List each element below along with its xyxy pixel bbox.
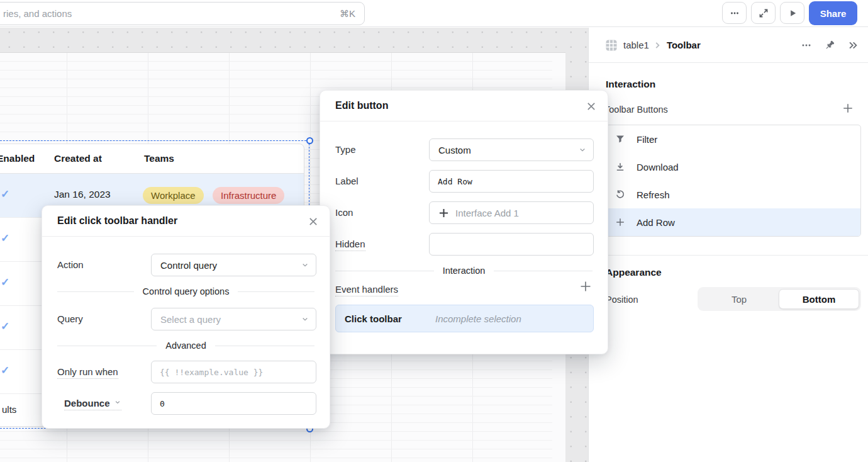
component-section: Toolbar [667, 40, 701, 50]
query-options-section-divider: Control query options [57, 286, 314, 296]
column-header-teams[interactable]: Teams [144, 153, 174, 164]
icon-field[interactable]: Interface Add 1 [429, 201, 594, 224]
column-header-enabled[interactable]: Enabled [0, 153, 35, 164]
chevrons-right-icon [847, 40, 859, 51]
toolbar-button-label: Download [637, 162, 679, 172]
modal-header: Edit button [320, 91, 608, 121]
selection-handle-top-right[interactable] [306, 137, 313, 144]
query-select[interactable]: Select a query [151, 308, 316, 330]
checkbox-checked-icon[interactable]: ✓ [1, 232, 9, 245]
event-name: Click toolbar [345, 313, 435, 324]
hidden-label: Hidden [335, 239, 365, 251]
plus-icon [579, 280, 592, 293]
type-select[interactable]: Custom [429, 138, 594, 161]
toolbar-button-item-add-row[interactable]: Add Row [606, 208, 860, 236]
segment-top[interactable]: Top [699, 289, 779, 309]
checkbox-checked-icon[interactable]: ✓ [1, 320, 9, 333]
panel-more-button[interactable] [800, 39, 813, 52]
select-value: Control query [160, 260, 217, 271]
app-topbar: ⌘K Share [0, 0, 868, 27]
chevron-down-icon [578, 145, 587, 154]
edit-button-modal: Edit button Type Custom Label Icon Inter… [320, 90, 608, 354]
column-header-created-at[interactable]: Created at [54, 153, 102, 164]
close-button[interactable] [584, 99, 599, 114]
omnibox-search[interactable]: ⌘K [0, 2, 365, 25]
collapse-panel-button[interactable] [847, 39, 859, 52]
position-segmented-control: Top Bottom [698, 287, 861, 311]
modal-header: Edit click toolbar handler [42, 206, 330, 237]
component-name[interactable]: table1 [623, 40, 649, 50]
modal-title: Edit button [335, 100, 388, 111]
close-icon [586, 101, 597, 112]
toolbar-button-item-download[interactable]: Download [606, 153, 860, 181]
ellipsis-icon [730, 8, 740, 18]
icon-label: Icon [335, 207, 353, 218]
label-label: Label [335, 176, 359, 186]
query-label: Query [57, 313, 83, 324]
keyboard-shortcut-badge: ⌘K [340, 8, 355, 20]
modal-title: Edit click toolbar handler [57, 215, 177, 227]
toolbar-button-label: Filter [637, 134, 657, 145]
appearance-heading: Appearance [606, 267, 662, 278]
close-icon [308, 216, 319, 227]
close-button[interactable] [306, 214, 321, 229]
app-editor-screen: Enabled Created at Teams ✓ Jan 16, 2023 … [0, 0, 868, 462]
section-title: Advanced [165, 341, 206, 351]
ellipsis-icon [801, 40, 812, 51]
chevron-down-icon [301, 261, 309, 269]
label-field[interactable] [429, 170, 594, 193]
toolbar-button-label: Add Row [637, 217, 675, 228]
results-count: ults [2, 404, 16, 415]
event-handler-row[interactable]: Click toolbar Incomplete selection [335, 305, 594, 332]
checkbox-checked-icon[interactable]: ✓ [1, 188, 9, 201]
add-event-handler-button[interactable] [578, 279, 593, 294]
pin-panel-button[interactable] [823, 39, 836, 52]
toolbar-button-item-filter[interactable]: Filter [606, 125, 860, 153]
interaction-heading: Interaction [606, 79, 655, 90]
debounce-dropdown[interactable]: Debounce [64, 398, 121, 410]
share-button[interactable]: Share [809, 1, 857, 25]
only-run-when-input[interactable] [151, 361, 316, 383]
type-label: Type [335, 144, 356, 155]
tag-workplace: Workplace [143, 187, 204, 204]
debounce-input[interactable] [151, 392, 316, 415]
toolbar-button-list: Filter Download Refresh Add Row [606, 125, 861, 237]
chevron-down-icon [301, 315, 309, 324]
toolbar-button-label: Refresh [637, 189, 670, 200]
more-options-button[interactable] [722, 2, 747, 24]
event-handlers-label: Event handlers [335, 284, 398, 296]
pin-icon [824, 40, 835, 51]
hidden-field[interactable] [429, 233, 594, 256]
action-label: Action [57, 259, 84, 270]
plus-icon [842, 103, 854, 114]
checkbox-checked-icon[interactable]: ✓ [1, 364, 9, 377]
refresh-icon [615, 189, 625, 200]
action-select[interactable]: Control query [151, 254, 316, 276]
only-run-when-label: Only run when [57, 366, 118, 379]
icon-value: Interface Add 1 [455, 208, 519, 218]
run-button[interactable] [780, 2, 804, 24]
table-header-row: Enabled Created at Teams [0, 144, 304, 174]
filter-icon [615, 134, 625, 144]
play-icon [787, 8, 798, 18]
search-input[interactable] [0, 8, 340, 19]
select-placeholder: Select a query [160, 314, 221, 325]
add-toolbar-button[interactable] [840, 101, 855, 116]
expand-icon [759, 8, 769, 18]
section-title: Interaction [443, 266, 486, 276]
expand-button[interactable] [751, 2, 776, 24]
plus-icon [615, 217, 625, 227]
plus-icon [438, 208, 449, 218]
tag-infrastructure: Infrastructure [213, 187, 284, 204]
event-status: Incomplete selection [435, 313, 521, 324]
table-icon [605, 39, 618, 52]
segment-bottom[interactable]: Bottom [779, 289, 859, 309]
checkbox-checked-icon[interactable]: ✓ [1, 276, 9, 289]
advanced-section-divider: Advanced [57, 341, 314, 351]
breadcrumb-chevron-icon [652, 40, 662, 50]
toolbar-button-item-refresh[interactable]: Refresh [606, 181, 860, 208]
select-value: Custom [438, 145, 471, 155]
panel-divider [589, 255, 868, 256]
download-icon [615, 162, 625, 172]
section-title: Control query options [143, 286, 230, 296]
